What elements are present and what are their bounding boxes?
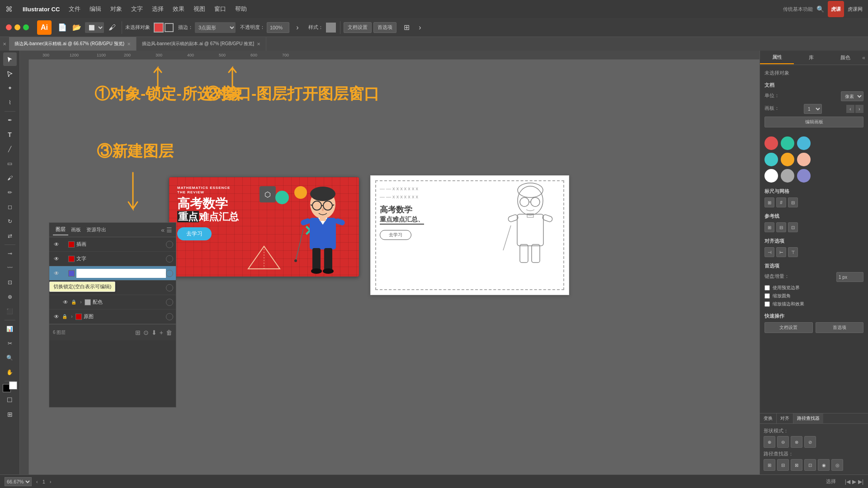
transform-tab[interactable]: 变换 bbox=[760, 413, 777, 423]
libraries-tab[interactable]: 库 bbox=[794, 52, 828, 64]
preferences-btn[interactable]: 首选项 bbox=[373, 22, 396, 33]
artboard-nav-prev[interactable]: ‹ bbox=[36, 479, 38, 484]
arrange-btn[interactable]: ⊞ bbox=[400, 21, 413, 34]
chart-tool-btn[interactable]: 📊 bbox=[3, 322, 17, 336]
layer-settings-btn[interactable]: ⊙ bbox=[143, 329, 149, 336]
close-btn[interactable] bbox=[6, 24, 12, 30]
color-tab[interactable]: 颜色 bbox=[828, 52, 862, 64]
line-tool-btn[interactable]: ╱ bbox=[3, 142, 17, 156]
menu-file[interactable]: 文件 bbox=[64, 5, 85, 13]
scale-stroke-checkbox[interactable] bbox=[764, 301, 770, 307]
screen-mode-btn[interactable]: ⊞ bbox=[3, 408, 17, 421]
minus-front-btn[interactable]: ⊖ bbox=[777, 436, 789, 448]
layers-collapse-btn[interactable]: « bbox=[161, 226, 165, 234]
eraser-tool-btn[interactable]: ◻ bbox=[3, 200, 17, 214]
scale-corners-checkbox[interactable] bbox=[764, 293, 770, 299]
menu-object[interactable]: 对象 bbox=[106, 5, 127, 13]
opacity-input[interactable] bbox=[267, 22, 289, 33]
align-tab[interactable]: 对齐 bbox=[777, 413, 793, 423]
divide-btn[interactable]: ⊞ bbox=[764, 459, 775, 471]
live-paint-btn[interactable]: ⬛ bbox=[3, 305, 17, 318]
width-tool-btn[interactable]: ⊸ bbox=[3, 247, 17, 260]
expand-panel-btn[interactable]: › bbox=[414, 21, 426, 34]
artboard-select[interactable]: 1 bbox=[804, 104, 822, 114]
grid-btn-1[interactable]: ⊞ bbox=[764, 197, 774, 207]
edit-artboard-btn[interactable]: 编辑画板 bbox=[764, 117, 863, 127]
stroke-color-btn[interactable] bbox=[165, 23, 174, 32]
delete-layer-btn[interactable]: 🗑 bbox=[166, 329, 172, 336]
opacity-increase-btn[interactable]: › bbox=[291, 21, 304, 34]
pen-tool-btn[interactable]: ✒ bbox=[3, 113, 17, 127]
panel-collapse-btn[interactable]: « bbox=[862, 55, 865, 61]
view-mode-select[interactable]: ⬜ bbox=[85, 22, 104, 33]
play-btn[interactable]: ▶ bbox=[852, 479, 856, 485]
align-right-btn[interactable]: ⊤ bbox=[788, 247, 798, 257]
outline-btn[interactable]: ◉ bbox=[818, 459, 830, 471]
guide-btn-1[interactable]: ⊞ bbox=[764, 222, 774, 232]
rotate-tool-btn[interactable]: ↻ bbox=[3, 215, 17, 228]
align-left-btn[interactable]: ⊣ bbox=[764, 247, 774, 257]
layer-eye-original[interactable]: 👁 bbox=[52, 314, 61, 320]
background-color-swatch[interactable] bbox=[9, 381, 17, 389]
play-next-btn[interactable]: ▶| bbox=[858, 479, 863, 485]
properties-tab[interactable]: 属性 bbox=[760, 51, 794, 64]
tab-2-close[interactable]: ✕ bbox=[257, 42, 260, 47]
prefs-quick-btn[interactable]: 首选项 bbox=[816, 322, 864, 333]
guide-btn-3[interactable]: ⊡ bbox=[788, 222, 798, 232]
tab-2[interactable]: 插边风-banner演示稿的副本.ai @ 67% [RGB/GPU 推览] ✕ bbox=[137, 37, 266, 51]
layer-eye-text[interactable]: 👁 bbox=[52, 256, 61, 262]
layer-expand-original[interactable]: › bbox=[68, 314, 75, 319]
minus-back-btn[interactable]: ◎ bbox=[831, 459, 843, 471]
open-doc-btn[interactable]: 📂 bbox=[71, 21, 83, 34]
stroke-style-select[interactable]: 3点圆形 bbox=[195, 22, 236, 33]
grid-btn-3[interactable]: ⊟ bbox=[788, 197, 798, 207]
pathfinder-tab[interactable]: 路径查找器 bbox=[793, 413, 823, 423]
layer-lock-original[interactable]: 🔒 bbox=[61, 314, 68, 319]
paintbrush-tool-btn[interactable]: 🖌 bbox=[3, 171, 17, 185]
text-tool-btn[interactable]: T bbox=[3, 128, 17, 141]
selection-tool-btn[interactable] bbox=[3, 52, 17, 66]
layer-lock-color-sub[interactable]: 🔒 bbox=[70, 300, 77, 305]
merge-btn[interactable]: ⊠ bbox=[791, 459, 802, 471]
color-swatch-teal[interactable] bbox=[781, 136, 794, 150]
layer-item-illustration[interactable]: 👁 插画 bbox=[49, 237, 176, 252]
doc-settings-quick-btn[interactable]: 文档设置 bbox=[764, 322, 813, 333]
rect-tool-btn[interactable]: ▭ bbox=[3, 157, 17, 170]
zoom-tool-btn[interactable]: 🔍 bbox=[3, 351, 17, 365]
new-layer-btn[interactable]: + bbox=[160, 329, 163, 336]
align-center-btn[interactable]: ⊢ bbox=[776, 247, 786, 257]
magic-wand-tool-btn[interactable]: ✦ bbox=[3, 81, 17, 95]
layer-eye-illustration[interactable]: 👁 bbox=[52, 241, 61, 248]
menu-select[interactable]: 选择 bbox=[147, 5, 168, 13]
canvas-main[interactable]: ①对象-锁定-所选对象 ②窗口-图层打开图层窗口 ③新建图层 bbox=[29, 60, 760, 474]
lasso-tool-btn[interactable]: ⌇ bbox=[3, 96, 17, 109]
apple-logo-icon[interactable]: ⌘ bbox=[0, 5, 18, 14]
warp-tool-btn[interactable]: 〰 bbox=[3, 261, 17, 275]
new-doc-btn[interactable]: 📄 bbox=[56, 21, 69, 34]
fill-color-btn[interactable] bbox=[154, 23, 164, 33]
layers-menu-btn[interactable]: ☰ bbox=[166, 226, 172, 234]
direct-selection-tool-btn[interactable] bbox=[3, 67, 17, 80]
layers-tab-export[interactable]: 资源导出 bbox=[84, 225, 109, 235]
banner-cta-btn[interactable]: 去学习 bbox=[177, 227, 212, 240]
layers-tab-layers[interactable]: 图层 bbox=[53, 224, 68, 235]
color-swatch-purple[interactable] bbox=[797, 169, 811, 183]
preview-bounds-checkbox[interactable] bbox=[764, 285, 770, 291]
shape-builder-btn[interactable]: ⊕ bbox=[3, 290, 17, 304]
minimize-btn[interactable] bbox=[14, 24, 20, 30]
new-layer-sub-btn[interactable]: ⬇ bbox=[151, 329, 157, 336]
menu-help[interactable]: 帮助 bbox=[231, 5, 251, 13]
pencil-tool-btn[interactable]: ✏ bbox=[3, 186, 17, 199]
layer-eye-editing[interactable]: 👁 bbox=[52, 270, 61, 277]
color-swatch-red[interactable] bbox=[764, 136, 778, 150]
search-icon[interactable]: 🔍 bbox=[816, 5, 824, 13]
layer-name-editing-input[interactable] bbox=[76, 269, 166, 278]
hand-tool-btn[interactable]: ✋ bbox=[3, 366, 17, 379]
free-transform-btn[interactable]: ⊡ bbox=[3, 276, 17, 289]
menu-effects[interactable]: 效果 bbox=[168, 5, 189, 13]
layer-item-original[interactable]: 👁 🔒 › 原图 bbox=[49, 310, 176, 324]
artboard-nav-next[interactable]: › bbox=[50, 479, 52, 484]
make-clipping-mask-btn[interactable]: ⊞ bbox=[135, 329, 141, 336]
maximize-btn[interactable] bbox=[23, 24, 29, 30]
menu-text[interactable]: 文字 bbox=[127, 5, 147, 13]
